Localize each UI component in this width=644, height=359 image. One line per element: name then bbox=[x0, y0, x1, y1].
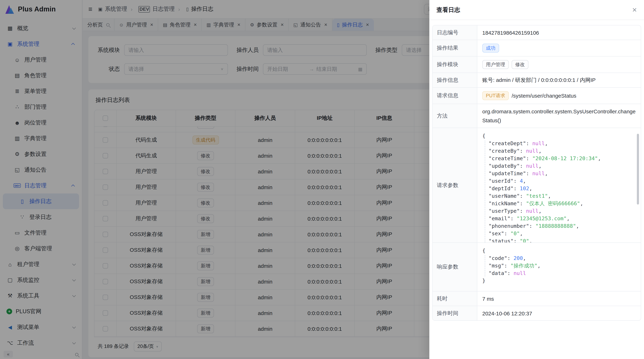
detail-row: 请求信息 PUT请求 /system/user/changeStatus bbox=[432, 87, 641, 104]
detail-row: 请求参数 { "createDept": null, "createBy": n… bbox=[432, 128, 641, 242]
detail-row: 操作结果 成功 bbox=[432, 40, 641, 56]
app: Plus Admin ▦ 概览 ▣ 系统管理 ☺ 用户管理 bbox=[0, 0, 644, 359]
detail-row: 操作模块 用户管理 修改 bbox=[432, 56, 641, 73]
operation-time-value: 2024-10-06 12:20:37 bbox=[477, 306, 641, 320]
json-line: { bbox=[482, 132, 636, 140]
field-label: 请求信息 bbox=[432, 88, 477, 104]
field-label: 操作时间 bbox=[432, 306, 477, 320]
json-line: "sex": "0", bbox=[482, 230, 636, 237]
json-line: "updateBy": null, bbox=[482, 162, 636, 170]
json-line: "email": "12345@1253.com", bbox=[482, 215, 636, 222]
log-id-value: 1842781986426159106 bbox=[477, 25, 641, 40]
field-label: 耗时 bbox=[432, 291, 477, 306]
log-detail-table: 日志编号 1842781986426159106 操作结果 成功 操作模块 用户… bbox=[432, 25, 641, 321]
json-line: "status": "0", bbox=[482, 237, 636, 242]
result-success-tag: 成功 bbox=[482, 44, 499, 52]
duration-value: 7 ms bbox=[477, 291, 641, 306]
drawer-body: 日志编号 1842781986426159106 操作结果 成功 操作模块 用户… bbox=[429, 20, 644, 326]
field-label: 请求参数 bbox=[432, 128, 477, 242]
detail-row: 操作信息 账号: admin / 研发部门 / 0:0:0:0:0:0:0:1 … bbox=[432, 73, 641, 87]
json-line: { bbox=[482, 247, 636, 255]
detail-row: 操作时间 2024-10-06 12:20:37 bbox=[432, 306, 641, 320]
json-line: "deptId": 102, bbox=[482, 185, 636, 192]
json-line: "createBy": null, bbox=[482, 147, 636, 155]
json-line: "phonenumber": "18888888888", bbox=[482, 222, 636, 230]
field-label: 操作信息 bbox=[432, 73, 477, 87]
indent-guide bbox=[485, 255, 485, 276]
json-line: "userName": "test1", bbox=[482, 192, 636, 200]
detail-row: 响应参数 { "code": 200, "msg": "操作成功", "data… bbox=[432, 242, 641, 291]
json-line: "userType": null, bbox=[482, 207, 636, 215]
detail-row: 耗时 7 ms bbox=[432, 291, 641, 306]
json-line: "createTime": "2024-08-12 17:20:34", bbox=[482, 155, 636, 162]
request-url: /system/user/changeStatus bbox=[512, 93, 576, 99]
response-params-json: { "code": 200, "msg": "操作成功", "data": nu… bbox=[482, 247, 636, 285]
field-label: 操作模块 bbox=[432, 56, 477, 73]
detail-row: 方法 org.dromara.system.controller.system.… bbox=[432, 104, 641, 128]
json-line: "data": null bbox=[482, 270, 636, 277]
module-tag: 用户管理 bbox=[482, 60, 509, 69]
field-label: 操作结果 bbox=[432, 40, 477, 56]
json-line: "createDept": null, bbox=[482, 140, 636, 147]
detail-row: 日志编号 1842781986426159106 bbox=[432, 25, 641, 40]
json-line: "updateTime": null, bbox=[482, 170, 636, 177]
scrollbar-thumb[interactable] bbox=[637, 134, 639, 205]
json-line: "userId": 4, bbox=[482, 177, 636, 185]
http-method-tag: PUT请求 bbox=[482, 91, 509, 100]
indent-guide bbox=[485, 140, 485, 242]
json-line: "code": 200, bbox=[482, 255, 636, 262]
view-log-drawer: 查看日志 × 日志编号 1842781986426159106 操作结果 成功 … bbox=[429, 0, 644, 359]
method-value: org.dromara.system.controller.system.Sys… bbox=[477, 104, 641, 128]
json-line: "msg": "操作成功", bbox=[482, 262, 636, 270]
json-line: "nickName": "仅本人 密码666666", bbox=[482, 200, 636, 207]
field-label: 日志编号 bbox=[432, 25, 477, 40]
drawer-header: 查看日志 × bbox=[429, 0, 644, 20]
operation-info-value: 账号: admin / 研发部门 / 0:0:0:0:0:0:0:1 / 内网I… bbox=[477, 73, 641, 87]
request-params-json: { "createDept": null, "createBy": null, … bbox=[482, 132, 636, 242]
close-icon[interactable]: × bbox=[632, 6, 637, 14]
module-tag: 修改 bbox=[512, 60, 528, 69]
field-label: 响应参数 bbox=[432, 243, 477, 291]
drawer-title: 查看日志 bbox=[436, 6, 460, 14]
json-line: } bbox=[482, 277, 636, 285]
field-label: 方法 bbox=[432, 104, 477, 128]
